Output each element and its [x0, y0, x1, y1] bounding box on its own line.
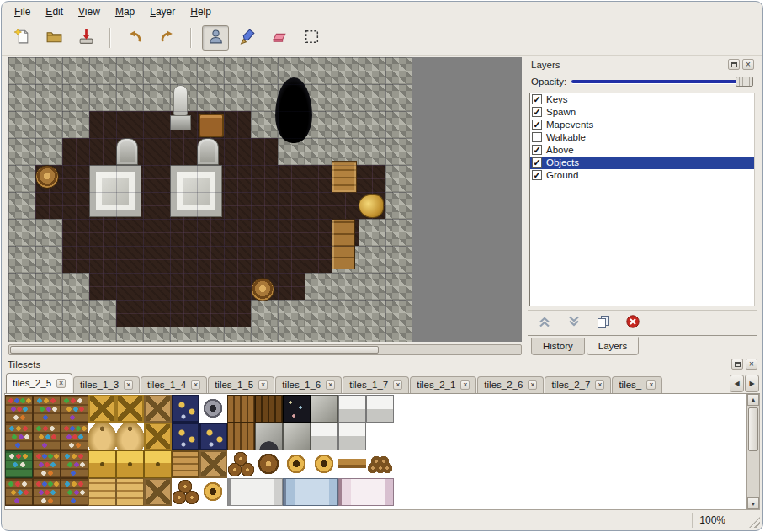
tileset-tab-tiles_1_7[interactable]: tiles_1_7× [343, 376, 409, 393]
select-tool-button[interactable] [298, 25, 325, 51]
tab-close-icon[interactable]: × [595, 380, 604, 390]
map-object-tomb[interactable] [89, 165, 141, 217]
tileset-tile-empty[interactable] [422, 423, 449, 450]
open-button[interactable] [40, 25, 67, 51]
stone-tile[interactable] [89, 84, 116, 111]
stone-tile[interactable] [89, 327, 116, 342]
tileset-tile-cB[interactable] [199, 423, 227, 450]
floor-tile[interactable] [89, 219, 116, 246]
tileset-tile-pt[interactable] [283, 450, 311, 478]
tileset-tile-sh1[interactable] [61, 423, 88, 450]
map-object-barrel[interactable] [35, 165, 59, 189]
stone-tile[interactable] [170, 327, 197, 342]
tileset-tile-shG[interactable] [5, 450, 33, 478]
stone-tile[interactable] [62, 327, 89, 342]
tab-history[interactable]: History [531, 338, 585, 355]
scrollbar-thumb[interactable] [10, 346, 379, 354]
tileset-tile-pg[interactable] [199, 395, 227, 423]
tab-close-icon[interactable]: × [326, 380, 335, 390]
floor-tile[interactable] [62, 138, 89, 165]
stone-tile[interactable] [8, 138, 35, 165]
floor-tile[interactable] [89, 246, 116, 273]
tileset-tile-cT[interactable] [144, 395, 172, 423]
stone-tile[interactable] [35, 57, 62, 84]
floor-tile[interactable] [62, 192, 89, 219]
tileset-tile-sh2[interactable] [61, 450, 88, 478]
tileset-tile-b1[interactable] [255, 450, 283, 478]
eraser-tool-button[interactable] [266, 25, 293, 51]
stone-tile[interactable] [62, 57, 89, 84]
tileset-tile-cG[interactable] [144, 423, 172, 450]
floor-tile[interactable] [170, 219, 197, 246]
floor-tile[interactable] [305, 192, 332, 219]
tileset-tile-sb[interactable] [283, 395, 311, 423]
stone-tile[interactable] [224, 84, 251, 111]
stone-tile[interactable] [359, 246, 385, 273]
map-object-table[interactable] [199, 114, 224, 137]
stone-tile[interactable] [143, 57, 170, 84]
tileset-tile-ld[interactable] [227, 395, 255, 423]
stone-tile[interactable] [359, 327, 385, 342]
floor-tile[interactable] [224, 192, 251, 219]
stone-tile[interactable] [278, 327, 305, 342]
layer-visibility-checkbox[interactable] [532, 132, 542, 142]
stone-tile[interactable] [305, 300, 332, 327]
floor-tile[interactable] [143, 111, 170, 138]
stone-tile[interactable] [35, 138, 62, 165]
tileset-tile-bb2[interactable] [311, 478, 338, 506]
map-tiles[interactable] [8, 57, 412, 342]
tileset-tile-empty[interactable] [422, 450, 449, 478]
tileset-tile-bp2[interactable] [366, 478, 394, 506]
stone-tile[interactable] [224, 327, 251, 342]
stone-tile[interactable] [35, 111, 62, 138]
floor-tile[interactable] [62, 165, 89, 192]
tab-close-icon[interactable]: × [393, 380, 402, 390]
floor-tile[interactable] [251, 246, 278, 273]
floor-tile[interactable] [62, 246, 89, 273]
stone-tile[interactable] [116, 84, 143, 111]
tileset-tile-bn[interactable] [338, 450, 366, 478]
layer-visibility-checkbox[interactable]: ✓ [532, 170, 542, 180]
tileset-tile-sw[interactable] [338, 395, 366, 423]
tileset-tile-cG[interactable] [88, 395, 116, 423]
floor-tile[interactable] [278, 192, 305, 219]
duplicate-layer-button[interactable] [595, 314, 612, 331]
floor-tile[interactable] [143, 219, 170, 246]
stone-tile[interactable] [62, 273, 89, 300]
floor-tile[interactable] [116, 246, 143, 273]
stone-tile[interactable] [89, 57, 116, 84]
stone-tile[interactable] [35, 84, 62, 111]
tab-close-icon[interactable]: × [124, 380, 133, 390]
stone-tile[interactable] [8, 300, 35, 327]
stone-tile[interactable] [35, 300, 62, 327]
stone-tile[interactable] [359, 219, 385, 246]
tileset-tile-sk[interactable] [116, 423, 144, 450]
map-object-horn[interactable] [359, 194, 384, 218]
tileset-tile-sh1[interactable] [33, 450, 61, 478]
layer-row-spawn[interactable]: ✓Spawn [530, 106, 754, 119]
stone-tile[interactable] [359, 84, 385, 111]
tileset-tile-br[interactable] [172, 478, 199, 506]
tileset-tile-cB[interactable] [172, 423, 199, 450]
floor-tile[interactable] [251, 219, 278, 246]
tileset-vertical-scrollbar[interactable]: ▲ ▼ [746, 394, 759, 510]
new-button[interactable] [8, 25, 35, 51]
floor-tile[interactable] [197, 300, 224, 327]
tileset-tab-tiles_2_1[interactable]: tiles_2_1× [410, 376, 476, 393]
floor-tile[interactable] [116, 300, 143, 327]
floor-tile[interactable] [278, 273, 305, 300]
stone-tile[interactable] [385, 300, 412, 327]
scroll-tabs-right-button[interactable]: ▶ [745, 375, 759, 392]
stone-tile[interactable] [8, 246, 35, 273]
tileset-tab-tiles_1_5[interactable]: tiles_1_5× [208, 376, 274, 393]
stone-tile[interactable] [332, 273, 359, 300]
stone-tile[interactable] [251, 327, 278, 342]
layer-visibility-checkbox[interactable]: ✓ [532, 120, 542, 130]
floor-tile[interactable] [251, 165, 278, 192]
stone-tile[interactable] [278, 300, 305, 327]
tileset-tile-sh1[interactable] [5, 395, 33, 423]
tileset-tile-sh2[interactable] [5, 423, 33, 450]
tileset-tile-lg[interactable] [366, 450, 394, 478]
save-button[interactable] [72, 25, 99, 51]
tab-close-icon[interactable]: × [646, 380, 656, 390]
